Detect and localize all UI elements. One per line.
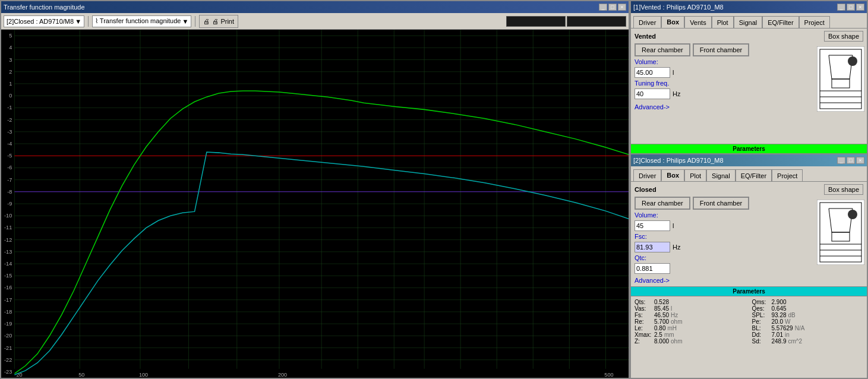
svg-text:50: 50 bbox=[78, 372, 84, 378]
svg-text:-15: -15 bbox=[4, 273, 12, 279]
vented-titlebar: [1]Vented : Philips AD9710_M8 _ □ × bbox=[631, 1, 867, 13]
vented-front-chamber-btn[interactable]: Front chamber bbox=[693, 43, 750, 56]
param-bl: BL: 5.57629 N/A bbox=[752, 325, 864, 331]
left-toolbar: [2]Closed : AD9710/M8 ▼ ⌇ Transfer funct… bbox=[1, 13, 629, 30]
tab-signal-closed[interactable]: Signal bbox=[706, 169, 736, 181]
svg-text:-14: -14 bbox=[4, 261, 12, 267]
closed-rear-chamber-btn[interactable]: Rear chamber bbox=[635, 197, 690, 210]
closed-fsc-input[interactable] bbox=[635, 242, 670, 252]
svg-text:-11: -11 bbox=[4, 225, 12, 230]
transfer-function-window: Transfer function magnitude _ □ × [2]Clo… bbox=[0, 0, 630, 379]
svg-text:-16: -16 bbox=[4, 285, 12, 291]
svg-text:-9: -9 bbox=[7, 201, 12, 207]
vented-minimize[interactable]: _ bbox=[837, 4, 845, 11]
svg-text:100: 100 bbox=[139, 372, 148, 378]
svg-text:-13: -13 bbox=[4, 249, 12, 255]
tab-driver-closed[interactable]: Driver bbox=[633, 169, 661, 181]
parameters-section: Qts: 0.528 Vas: 85.45 l Fs: 46.50 Hz Re:… bbox=[631, 296, 867, 347]
tab-plot-closed[interactable]: Plot bbox=[684, 169, 706, 181]
closed-tabs: Driver Box Plot Signal EQ/Filter Project bbox=[631, 166, 867, 182]
vented-rear-chamber-btn[interactable]: Rear chamber bbox=[635, 43, 690, 56]
tab-eqfilter-vented[interactable]: EQ/Filter bbox=[762, 16, 798, 28]
closed-fsc-unit: Hz bbox=[673, 244, 680, 251]
vented-volume-label: Volume: bbox=[635, 58, 670, 65]
svg-text:3: 3 bbox=[9, 57, 12, 63]
svg-text:-1: -1 bbox=[7, 105, 12, 110]
vented-volume-input[interactable] bbox=[635, 67, 670, 78]
svg-text:0: 0 bbox=[9, 93, 12, 99]
closed-qtc-input[interactable] bbox=[635, 263, 670, 274]
tab-eqfilter-closed[interactable]: EQ/Filter bbox=[736, 169, 772, 181]
vented-parameters-bar[interactable]: Parameters bbox=[631, 144, 867, 153]
svg-point-93 bbox=[848, 210, 857, 219]
svg-text:-2: -2 bbox=[7, 117, 12, 123]
speaker-svg-vented bbox=[817, 46, 864, 112]
speaker-svg-closed bbox=[817, 200, 864, 265]
tab-box-closed[interactable]: Box bbox=[661, 169, 684, 181]
tab-driver-vented[interactable]: Driver bbox=[633, 16, 661, 28]
close-btn[interactable]: × bbox=[618, 4, 626, 11]
dropdown2-arrow: ▼ bbox=[182, 18, 188, 25]
dropdown1-arrow: ▼ bbox=[75, 18, 81, 25]
vented-close[interactable]: × bbox=[856, 4, 864, 11]
params-col-right: Qms: 2.900 Qes: 0.645 SPL: 93.28 dB Pe: … bbox=[752, 299, 864, 345]
closed-parameters-bar[interactable]: Parameters bbox=[631, 286, 867, 296]
vented-box-shape-btn[interactable]: Box shape bbox=[824, 31, 863, 42]
color-block-1 bbox=[506, 16, 566, 27]
closed-dropdown[interactable]: [2]Closed : AD9710/M8 ▼ bbox=[4, 15, 84, 27]
vented-window-controls: _ □ × bbox=[837, 4, 864, 11]
minimize-btn[interactable]: _ bbox=[599, 4, 607, 11]
tab-box-vented[interactable]: Box bbox=[661, 16, 684, 28]
vented-label: Vented bbox=[635, 33, 656, 40]
color-block-2 bbox=[567, 16, 626, 27]
svg-text:-20: -20 bbox=[4, 333, 12, 339]
vented-speaker-diagram bbox=[817, 46, 864, 112]
svg-text:-6: -6 bbox=[7, 165, 12, 170]
maximize-btn[interactable]: □ bbox=[608, 4, 617, 11]
param-qes: Qes: 0.645 bbox=[752, 305, 864, 312]
param-sd: Sd: 248.9 cm^2 bbox=[752, 338, 864, 345]
vented-tuning-input[interactable] bbox=[635, 89, 670, 99]
closed-fsc-label: Fsc: bbox=[635, 233, 670, 240]
vented-content: Vented Box shape Rear chamber Front cham… bbox=[631, 29, 867, 144]
left-title: Transfer function magnitude bbox=[4, 4, 85, 11]
svg-text:2: 2 bbox=[9, 69, 12, 75]
tab-project-vented[interactable]: Project bbox=[799, 16, 830, 28]
vented-window: [1]Vented : Philips AD9710_M8 _ □ × Driv… bbox=[630, 0, 868, 154]
closed-maximize[interactable]: □ bbox=[847, 157, 855, 164]
closed-titlebar: [2]Closed : Philips AD9710_M8 _ □ × bbox=[631, 154, 867, 166]
svg-text:-23: -23 bbox=[4, 369, 12, 375]
print-btn[interactable]: 🖨 🖨 Print bbox=[199, 15, 238, 28]
color-blocks bbox=[506, 16, 626, 27]
closed-volume-input[interactable] bbox=[635, 220, 670, 231]
closed-front-chamber-btn[interactable]: Front chamber bbox=[693, 197, 750, 210]
svg-text:-5: -5 bbox=[7, 153, 12, 159]
closed-volume-unit: l bbox=[673, 222, 674, 229]
tab-project-closed[interactable]: Project bbox=[772, 169, 803, 181]
tab-vents[interactable]: Vents bbox=[684, 16, 712, 28]
closed-advanced-link[interactable]: Advanced-> bbox=[635, 277, 863, 284]
svg-point-85 bbox=[848, 56, 857, 66]
tfm-dropdown[interactable]: ⌇ Transfer function magnitude ▼ bbox=[92, 15, 191, 27]
svg-text:1: 1 bbox=[9, 81, 12, 87]
svg-text:-19: -19 bbox=[4, 321, 12, 327]
svg-text:200: 200 bbox=[278, 372, 287, 378]
svg-text:-21: -21 bbox=[4, 345, 12, 351]
tab-plot-vented[interactable]: Plot bbox=[712, 16, 734, 28]
vented-maximize[interactable]: □ bbox=[847, 4, 855, 11]
closed-close[interactable]: × bbox=[856, 157, 864, 164]
closed-title: [2]Closed : Philips AD9710_M8 bbox=[633, 157, 724, 164]
param-z: Z: 8.000 ohm bbox=[635, 338, 746, 345]
closed-box-shape-btn[interactable]: Box shape bbox=[824, 184, 863, 195]
svg-text:-18: -18 bbox=[4, 309, 12, 315]
param-qts: Qts: 0.528 bbox=[635, 299, 746, 305]
param-qms: Qms: 2.900 bbox=[752, 299, 864, 305]
svg-text:-3: -3 bbox=[7, 129, 12, 135]
tab-signal-vented[interactable]: Signal bbox=[734, 16, 763, 28]
closed-minimize[interactable]: _ bbox=[837, 157, 845, 164]
svg-text:-10: -10 bbox=[4, 213, 12, 219]
svg-text:-8: -8 bbox=[7, 189, 12, 195]
closed-window-controls: _ □ × bbox=[837, 157, 864, 164]
params-col-left: Qts: 0.528 Vas: 85.45 l Fs: 46.50 Hz Re:… bbox=[635, 299, 746, 345]
svg-text:4: 4 bbox=[9, 45, 12, 50]
